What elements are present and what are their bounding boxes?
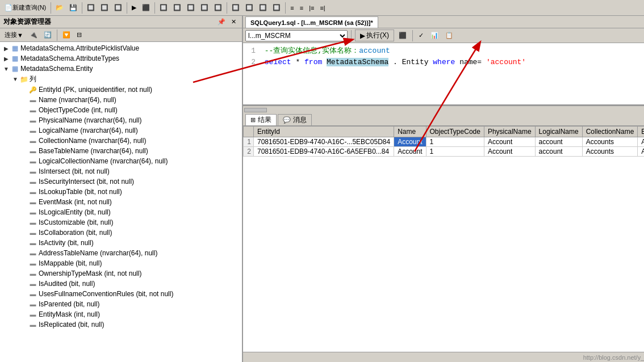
table-cell[interactable]: 1 (244, 137, 254, 147)
toolbar-btn-15[interactable]: ≡ (288, 3, 296, 12)
tree-item[interactable]: ▬IsParented (bit, null) (1, 299, 241, 309)
tree-expand-icon[interactable]: ▼ (2, 66, 10, 72)
toolbar-btn-9[interactable]: 🔲 (198, 3, 211, 12)
table-row[interactable]: 170816501-EDB9-4740-A16C-...5EBC05D84Acc… (244, 137, 645, 147)
toolbar-btn-14[interactable]: 🔲 (270, 3, 283, 12)
query-editor[interactable]: 1 --查询实体信息,实体名称：account 2 select * from … (243, 43, 644, 106)
table-cell[interactable]: Account (394, 137, 426, 147)
tree-item[interactable]: ▼📁列 (1, 74, 241, 85)
table-cell[interactable]: Accounts (582, 137, 638, 147)
toolbar-btn-10[interactable]: 🔲 (212, 3, 224, 12)
stop-btn[interactable]: ⬛ (396, 31, 409, 40)
tree-item[interactable]: ▬IsCustomizable (bit, null) (1, 217, 241, 228)
tree-item[interactable]: ▬IsCollaboration (bit, null) (1, 228, 241, 238)
toolbar-btn-1[interactable]: 🔲 (85, 3, 97, 12)
table-cell[interactable]: account (535, 147, 582, 157)
tree-item[interactable]: ▬PhysicalName (nvarchar(64), null) (1, 115, 241, 125)
tree-item[interactable]: ▬IsIntersect (bit, not null) (1, 166, 241, 176)
toolbar-btn-11[interactable]: 🔲 (229, 3, 242, 12)
table-cell[interactable]: 1 (426, 137, 484, 147)
header-close-btn[interactable]: ✕ (229, 17, 239, 27)
tree-expand-icon[interactable]: ▼ (11, 76, 19, 82)
toolbar-btn-18[interactable]: ≡| (317, 3, 327, 12)
table-cell[interactable]: Account (394, 147, 426, 157)
tree-item[interactable]: ▬ObjectTypeCode (int, null) (1, 105, 241, 115)
tree-item[interactable]: ▬EntityMask (int, null) (1, 309, 241, 319)
qt-sep-2 (412, 30, 413, 41)
disconnect-btn[interactable]: 🔌 (27, 30, 40, 40)
table-cell[interactable]: Accounts (582, 147, 638, 157)
toolbar-btn-4[interactable]: ▶ (129, 3, 139, 12)
tree-item[interactable]: 🔑EntityId (PK, uniqueidentifier, not nul… (1, 85, 241, 95)
new-query-btn[interactable]: 📄 新建查询(N) (2, 2, 48, 13)
editor-hscroll[interactable] (243, 106, 644, 113)
tree-item[interactable]: ▬LogicalCollectionName (nvarchar(64), nu… (1, 156, 241, 166)
database-selector[interactable]: l...m_MSCRM (245, 30, 348, 41)
execute-icon: ▶ (360, 32, 365, 40)
collapse-btn[interactable]: ⊟ (74, 30, 84, 40)
tree-item[interactable]: ▬OwnershipTypeMask (int, not null) (1, 268, 241, 279)
table-cell[interactable]: 1 (426, 147, 484, 157)
tree-item[interactable]: ▬IsMappable (bit, null) (1, 258, 241, 268)
table-cell[interactable]: 70816501-EDB9-4740-A16C-6A5EFB0...84 (254, 147, 394, 157)
toolbar-btn-3[interactable]: 🔲 (112, 3, 124, 12)
toolbar-btn-2[interactable]: 🔲 (98, 3, 111, 12)
toolbar-btn-save[interactable]: 💾 (67, 3, 80, 12)
plan-btn[interactable]: 📊 (428, 31, 441, 40)
toolbar-sep-3 (127, 2, 127, 14)
tree-node-icon: ▬ (28, 146, 37, 155)
tree-item[interactable]: ▬IsLogicalEntity (bit, null) (1, 207, 241, 217)
table-cell[interactable]: Acc (638, 137, 644, 147)
tree-item[interactable]: ▬CollectionName (nvarchar(64), null) (1, 136, 241, 146)
toolbar-btn-open[interactable]: 📂 (53, 3, 66, 12)
tree-item[interactable]: ▬IsAudited (bit, null) (1, 279, 241, 289)
tree-item[interactable]: ▬IsLookupTable (bit, not null) (1, 187, 241, 197)
filter-btn[interactable]: 🔽 (60, 30, 73, 40)
connect-label: 连接 (5, 31, 17, 39)
toolbar-btn-16[interactable]: ≡ (298, 3, 306, 12)
tree-item[interactable]: ▬LogicalName (nvarchar(64), null) (1, 125, 241, 136)
toolbar-btn-5[interactable]: ⬛ (140, 3, 152, 12)
tree-item-label: IsIntersect (bit, not null) (39, 167, 110, 175)
tree-item[interactable]: ▬IsSecurityIntersect (bit, not null) (1, 176, 241, 187)
tree-node-icon: ▬ (28, 238, 37, 247)
table-cell[interactable]: 2 (244, 147, 254, 157)
tree-item[interactable]: ▼▦MetadataSchema.Entity (1, 64, 241, 74)
results-tab-grid[interactable]: ⊞ 结果 (245, 114, 277, 125)
execute-btn[interactable]: ▶ 执行(X) (355, 30, 394, 41)
connect-btn[interactable]: 连接▼ (2, 30, 26, 40)
query-tab-1[interactable]: SQLQuery1.sql - [l...m_MSCRM (sa (52))]* (245, 16, 378, 28)
header-pin-btn[interactable]: 📌 (215, 17, 228, 27)
tree-item[interactable]: ▶▦MetadataSchema.AttributeTypes (1, 53, 241, 64)
query-toolbar: l...m_MSCRM ▶ 执行(X) ⬛ ✓ 📊 📋 (243, 28, 644, 43)
toolbar-btn-6[interactable]: 🔲 (157, 3, 170, 12)
parse-btn[interactable]: ✓ (416, 31, 426, 40)
tree-item[interactable]: ▬IsActivity (bit, null) (1, 238, 241, 248)
results-tab-message[interactable]: 💬 消息 (278, 114, 312, 125)
table-cell[interactable]: account (535, 137, 582, 147)
toolbar-btn-13[interactable]: 🔲 (257, 3, 269, 12)
table-cell[interactable]: Acc (638, 147, 644, 157)
tree-expand-icon[interactable]: ▶ (2, 45, 10, 52)
tree-item-label: AddressTableName (nvarchar(64), null) (39, 249, 157, 257)
tree-item[interactable]: ▬EventMask (int, not null) (1, 197, 241, 207)
table-cell[interactable]: Account (484, 147, 535, 157)
results-btn[interactable]: 📋 (443, 31, 455, 40)
table-row[interactable]: 270816501-EDB9-4740-A16C-6A5EFB0...84Acc… (244, 147, 645, 157)
toolbar-btn-12[interactable]: 🔲 (243, 3, 256, 12)
toolbar-btn-8[interactable]: 🔲 (185, 3, 197, 12)
sql-select: select (265, 58, 296, 66)
tree-expand-icon[interactable]: ▶ (2, 56, 10, 62)
tree-item[interactable]: ▬Name (nvarchar(64), null) (1, 95, 241, 105)
tree-item[interactable]: ▬AddressTableName (nvarchar(64), null) (1, 248, 241, 258)
tree-item[interactable]: ▶▦MetadataSchema.AttributePicklistValue (1, 43, 241, 53)
tree-item[interactable]: ▬BaseTableName (nvarchar(64), null) (1, 146, 241, 156)
toolbar-btn-17[interactable]: |≡ (307, 3, 316, 12)
tree-node-icon: ▬ (28, 157, 37, 166)
tree-item[interactable]: ▬IsReplicated (bit, null) (1, 319, 241, 330)
refresh-btn[interactable]: 🔄 (41, 30, 54, 40)
tree-item[interactable]: ▬UsesFullnameConventionRules (bit, not n… (1, 289, 241, 299)
table-cell[interactable]: 70816501-EDB9-4740-A16C-...5EBC05D84 (254, 137, 394, 147)
table-cell[interactable]: Account (484, 137, 535, 147)
toolbar-btn-7[interactable]: 🔲 (171, 3, 183, 12)
